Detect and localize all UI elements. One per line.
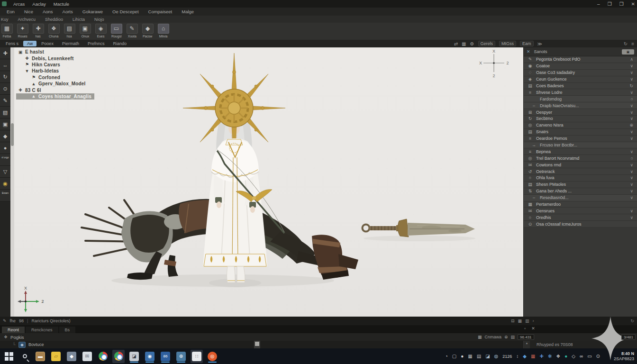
- plugin-item-label[interactable]: Bovtuce: [28, 342, 44, 347]
- panel-row-1[interactable]: ◉Coatoe∨: [524, 63, 637, 70]
- search-button[interactable]: [18, 350, 31, 363]
- panel-row-3[interactable]: ◈Ceun Guckence∨: [524, 76, 637, 83]
- outliner-item-6[interactable]: ✚83 C 6l: [16, 87, 94, 93]
- orbit-tool-icon[interactable]: ⊙: [0, 83, 10, 95]
- tab-3[interactable]: Piermath: [58, 41, 83, 46]
- chevron-up-icon[interactable]: ∧: [630, 57, 633, 62]
- close-panel-icon[interactable]: ✕: [531, 326, 535, 331]
- submenu-item-4[interactable]: Niojo: [94, 17, 104, 22]
- chevron-down-icon[interactable]: ∨: [630, 163, 633, 167]
- chevron-down-icon[interactable]: ∨: [630, 209, 633, 213]
- panel-row-4[interactable]: ▤Coes Badeses↻: [524, 83, 637, 90]
- flower-tray-icon[interactable]: ❖: [556, 354, 560, 359]
- app-media[interactable]: ◉: [144, 350, 156, 363]
- toolbar-button-0[interactable]: ▦Fetba: [0, 24, 14, 38]
- tab-5[interactable]: Riando: [109, 41, 130, 46]
- axis-gizmo-bottom[interactable]: X 2: [15, 285, 48, 315]
- overflow-icon[interactable]: ≫: [537, 41, 542, 46]
- cone-tool-icon[interactable]: ▽: [0, 166, 10, 178]
- scroll-up-icon[interactable]: ▴: [524, 341, 530, 348]
- label-tool-2[interactable]: Estam: [0, 190, 10, 201]
- globe-icon[interactable]: ⊕: [629, 123, 633, 127]
- command-input-row[interactable]: ▴ Rhuyped es 70S08: [523, 341, 637, 348]
- panels-icon[interactable]: ▦: [462, 41, 466, 46]
- tiles-icon[interactable]: ⊟: [511, 318, 515, 323]
- bottom-tab-1[interactable]: Renckcnes: [26, 327, 58, 333]
- star-value-box[interactable]: 3/481: [621, 334, 636, 340]
- tabstrip-right-button-2[interactable]: Eam: [520, 41, 534, 46]
- chevron-down-icon[interactable]: ∨: [630, 215, 633, 220]
- submenu-item-1[interactable]: Archvecu: [18, 17, 36, 22]
- menu-item-1[interactable]: Nice: [24, 9, 33, 14]
- outliner-item-1[interactable]: ✚Debis, Lexenkeeft: [16, 55, 94, 61]
- calendar-tray-icon[interactable]: ▤: [477, 354, 481, 359]
- menu-item-2[interactable]: Aons: [43, 9, 53, 14]
- app-code[interactable]: 86: [159, 350, 172, 363]
- label-tool[interactable]: nl orgo: [0, 154, 10, 166]
- frame-tray-icon[interactable]: ▢: [452, 354, 456, 359]
- chevron-right-icon[interactable]: ›: [533, 318, 534, 323]
- swap-icon[interactable]: ⇄: [454, 41, 458, 46]
- gear-icon[interactable]: ⚙: [470, 41, 474, 46]
- dot-tray-icon[interactable]: ●: [461, 354, 464, 359]
- panel-row-22[interactable]: ▦Pertamerdoo: [524, 201, 637, 208]
- outliner-item-3[interactable]: ▼Harb-Idetas: [16, 68, 94, 74]
- panel-row-2[interactable]: ♢Oase Co3 sadadalry∨: [524, 70, 637, 76]
- headset-tray-icon[interactable]: ⊙: [596, 354, 600, 359]
- chevron-down-icon[interactable]: ∨: [630, 129, 633, 134]
- outliner-item-4[interactable]: ⚑Corfoned: [16, 74, 94, 81]
- toolbar-button-1[interactable]: ✦Roues: [16, 24, 29, 38]
- grid-icon[interactable]: ▦: [518, 318, 522, 323]
- tabstrip-right-button-0[interactable]: Gerels: [478, 41, 496, 46]
- restore-button[interactable]: ❐: [608, 1, 612, 7]
- chevron-down-icon[interactable]: ∨: [630, 149, 633, 154]
- photo-tray-icon[interactable]: ◪: [485, 354, 490, 359]
- panel-row-6[interactable]: Fardomdog○: [524, 96, 637, 102]
- minimize-button[interactable]: –: [597, 1, 600, 7]
- toolbar-button-8[interactable]: ✎Xoota: [125, 24, 139, 38]
- app-mail[interactable]: ✉: [81, 350, 93, 363]
- toolbar-button-2[interactable]: ✚has: [31, 24, 45, 38]
- maximize-button[interactable]: ❐: [619, 1, 624, 7]
- panel-row-16[interactable]: ✉Cowtons rmd∨: [524, 162, 637, 168]
- dot-tool-icon[interactable]: ●: [0, 142, 10, 154]
- select-tool-icon[interactable]: ✚: [0, 47, 10, 59]
- sphere-gold-icon[interactable]: ◉: [0, 178, 10, 190]
- plus-tray-icon[interactable]: ✚: [540, 354, 544, 359]
- chevron-down-icon[interactable]: ∨: [630, 70, 633, 75]
- chevron-down-icon[interactable]: ∨: [630, 77, 633, 82]
- menu-item-4[interactable]: Gokarawe: [82, 9, 103, 14]
- panel-row-10[interactable]: ◎Carveno Nisra⊕: [524, 122, 637, 129]
- app-firefox[interactable]: ◎: [206, 350, 218, 363]
- chevron-down-icon[interactable]: ∨: [630, 169, 633, 174]
- app-photos[interactable]: ◪: [128, 350, 140, 363]
- app-chrome[interactable]: [97, 350, 109, 363]
- shade-tool-icon[interactable]: ▧: [0, 107, 10, 118]
- panel-row-24[interactable]: ○Oredhis∨: [524, 214, 637, 221]
- tab-4[interactable]: Prefnncs: [84, 41, 109, 46]
- clock-tray-icon[interactable]: ◔: [445, 354, 448, 359]
- outliner-item-0[interactable]: ▣E haslst: [16, 49, 94, 55]
- circle-icon[interactable]: ○: [631, 156, 633, 161]
- layout-small-icon[interactable]: ▤: [511, 335, 515, 339]
- titlebar-menu-2[interactable]: Mactule: [54, 1, 69, 7]
- viewport-scrollbar[interactable]: [10, 47, 14, 317]
- panel-row-5[interactable]: ≡Shvese Lodre∨: [524, 89, 637, 96]
- dock-icon[interactable]: ▫: [524, 326, 526, 331]
- axis-gizmo-top[interactable]: X X 2 2: [475, 48, 513, 79]
- panel-row-19[interactable]: ▤Shesn PMaoles∨: [524, 182, 637, 188]
- sword-model[interactable]: [363, 219, 475, 237]
- close-button[interactable]: ✕: [631, 1, 635, 7]
- panel-row-0[interactable]: ✎Pegonta Orebsoot PdO∧: [524, 56, 637, 63]
- app-browser[interactable]: ⊕: [175, 350, 187, 363]
- gem-tool-icon[interactable]: ◆: [0, 130, 10, 142]
- rotate-tool-icon[interactable]: ↻: [0, 71, 10, 83]
- circle-teal-tray-icon[interactable]: ●: [564, 354, 567, 359]
- tray-count[interactable]: 2126: [502, 354, 512, 359]
- panel-close-icon[interactable]: ✕: [527, 49, 530, 54]
- tab-1[interactable]: Aw: [23, 41, 36, 46]
- chevron-down-icon[interactable]: ∨: [630, 90, 633, 95]
- diamond-tray-icon[interactable]: ◇: [572, 354, 575, 359]
- panel-row-21[interactable]: –Resedtasn0d...∨: [524, 195, 637, 201]
- viewport-3d[interactable]: ▣E haslst✚Debis, Lexenkeeft⚑Hikn Cavars▼…: [14, 47, 523, 317]
